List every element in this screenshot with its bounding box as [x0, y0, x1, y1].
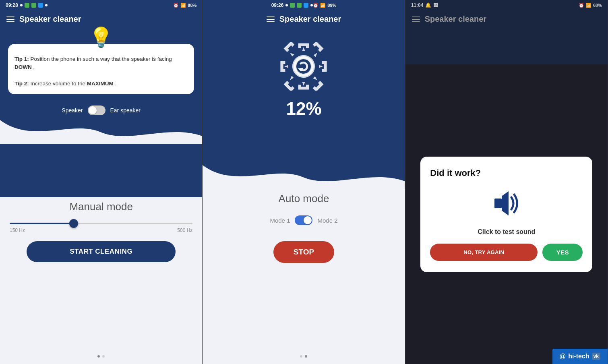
phone-panel-3: 11:04 🔔 🖼 ⏰ 📶 68% Speaker cleaner Did it… [405, 0, 608, 364]
status-right-2: ⏰ 📶 89% [313, 3, 336, 8]
notif-icon-3: 🔔 [425, 2, 431, 8]
gear-icon-wrap [279, 42, 328, 91]
slider-max: 500 Hz [177, 228, 192, 233]
mode-toggle-knob [304, 216, 312, 224]
tip1: Tip 1: Position the phone in such a way … [14, 55, 188, 72]
wave-divider-2 [203, 165, 405, 189]
dot-2-active [305, 355, 307, 358]
phone-panel-1: 09:28 ⏰ 📶 88% Speaker cleaner 💡 [0, 0, 203, 364]
mode1-label: Mode 1 [270, 217, 290, 224]
dot-1-active [97, 355, 100, 358]
app-bar-2: Speaker cleaner [260, 10, 347, 26]
wave-divider-1 [0, 120, 202, 144]
tip1-label: Tip 1: [14, 56, 29, 62]
tip1-text: Position the phone in such a way that th… [31, 56, 172, 62]
sound-icon[interactable] [490, 187, 523, 219]
slider-fill [10, 223, 74, 224]
wifi-icon-3: 📶 [586, 3, 591, 8]
tip1-bold: DOWN [14, 64, 32, 70]
dialog-buttons: NO, TRY AGAIN YES [430, 244, 583, 261]
page-dots-1 [97, 351, 105, 358]
dot-2-inactive [300, 355, 302, 358]
no-try-again-button[interactable]: NO, TRY AGAIN [430, 244, 538, 261]
status-right-1: ⏰ 📶 88% [173, 3, 196, 8]
panel3-bottom: Did it work? Click to test sound [405, 64, 608, 364]
tip-card: Tip 1: Position the phone in such a way … [8, 44, 194, 94]
at-icon: @ [560, 353, 566, 360]
slider-track[interactable] [10, 223, 192, 224]
shield-icon-1 [25, 3, 29, 8]
hitech-text: hi-tech [568, 353, 589, 360]
menu-button-1[interactable] [6, 17, 14, 22]
mode-label-2: Auto mode [279, 192, 329, 205]
mode-switch[interactable] [295, 215, 312, 225]
page-dots-2 [300, 351, 307, 358]
shield-icon-2 [31, 3, 36, 8]
time-3: 11:04 [411, 2, 424, 8]
mode-label-1: Manual mode [69, 201, 133, 213]
dot-1-inactive [102, 355, 105, 358]
gear-icon [279, 42, 328, 91]
status-bar-2: 09:26 ⏰ 📶 89% [266, 0, 342, 10]
status-left-3: 11:04 🔔 🖼 [411, 2, 438, 8]
tip-section: 💡 Tip 1: Position the phone in such a wa… [0, 41, 202, 101]
tip2-end: . [115, 81, 117, 87]
status-bar-1: 09:28 ⏰ 📶 88% [0, 0, 202, 10]
tip2-label: Tip 2: [14, 81, 29, 87]
slider-container: 150 Hz 500 Hz [8, 219, 194, 233]
alarm-icon-1: ⏰ [173, 3, 179, 8]
menu-button-3[interactable] [412, 17, 420, 22]
ear-speaker-label: Ear speaker [110, 107, 141, 114]
tip2-text: Increase volume to the [31, 81, 87, 87]
speaker-switch[interactable] [88, 105, 105, 115]
alarm-icon-2: ⏰ [313, 3, 318, 8]
wifi-icon-2: 📶 [320, 3, 326, 8]
dialog-overlay[interactable]: Did it work? Click to test sound [405, 64, 608, 364]
shield-icon-5 [297, 3, 302, 8]
svg-point-0 [295, 58, 312, 75]
speaker-toggle: Speaker Ear speaker [0, 101, 202, 120]
tip2-bold: MAXIMUM [87, 81, 114, 87]
app-bar-3: Speaker cleaner [405, 10, 608, 26]
tip-card-content: Tip 1: Position the phone in such a way … [14, 55, 188, 88]
status-bar-3: 11:04 🔔 🖼 ⏰ 📶 68% [405, 0, 608, 10]
slider-min: 150 Hz [10, 228, 25, 233]
tip2: Tip 2: Increase volume to the MAXIMUM . [14, 80, 188, 88]
app-title-3: Speaker cleaner [425, 14, 486, 24]
dialog-title: Did it work? [430, 168, 583, 178]
svg-rect-2 [494, 199, 502, 208]
toggle-knob [89, 106, 97, 114]
slider-labels: 150 Hz 500 Hz [10, 228, 192, 233]
panel3-top: 11:04 🔔 🖼 ⏰ 📶 68% Speaker cleaner [405, 0, 608, 64]
menu-button-2[interactable] [267, 17, 275, 22]
mode-toggle-row: Mode 1 Mode 2 [270, 211, 337, 229]
img-icon-3: 🖼 [433, 2, 438, 8]
wifi-icon-1: 📶 [180, 3, 186, 8]
app-bar-1: Speaker cleaner [0, 10, 202, 26]
app-title-2: Speaker cleaner [279, 14, 341, 24]
battery-2: 89% [327, 3, 336, 8]
sound-icon-wrap[interactable] [490, 184, 523, 223]
battery-1: 88% [188, 3, 196, 8]
time-2: 09:26 [271, 2, 284, 8]
notif-dot-3 [285, 4, 288, 6]
panel2-bottom: Auto mode Mode 1 Mode 2 STOP [203, 189, 405, 364]
speaker-label: Speaker [62, 107, 83, 114]
shield-icon-4 [290, 3, 295, 8]
dialog-card: Did it work? Click to test sound [420, 157, 592, 272]
panel1-bottom: Manual mode 150 Hz 500 Hz START CLEANING [0, 197, 202, 364]
slider-thumb[interactable] [69, 219, 78, 228]
status-left-2: 09:26 [271, 2, 313, 8]
notif-dot-2 [45, 4, 48, 6]
tip1-end: . [33, 64, 35, 70]
start-cleaning-button[interactable]: START CLEANING [27, 241, 176, 262]
app-title-1: Speaker cleaner [19, 14, 81, 24]
stop-button[interactable]: STOP [273, 241, 334, 263]
bulb-icon: 💡 [89, 26, 113, 49]
phone-panel-2: 09:26 ⏰ 📶 89% Speaker cleaner [203, 0, 405, 364]
percent-display: 12% [286, 99, 321, 119]
yes-button[interactable]: YES [542, 244, 583, 261]
alarm-icon-3: ⏰ [579, 3, 584, 8]
vk-icon: vk [592, 353, 600, 360]
click-test-text: Click to test sound [478, 228, 535, 236]
